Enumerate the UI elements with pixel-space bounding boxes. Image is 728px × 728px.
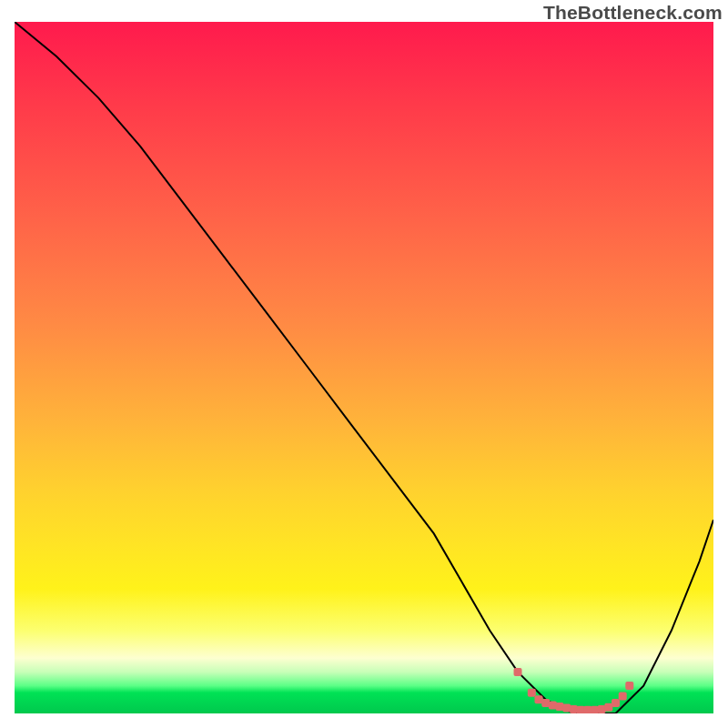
plot-area: [15, 22, 713, 713]
marker-point: [619, 693, 627, 701]
watermark-text: TheBottleneck.com: [543, 2, 723, 24]
marker-point: [598, 705, 606, 713]
marker-point: [591, 706, 599, 713]
marker-point: [562, 703, 571, 712]
marker-point: [625, 682, 633, 690]
marker-point: [570, 705, 578, 713]
marker-point: [612, 699, 620, 707]
marker-point: [541, 699, 550, 707]
marker-point: [514, 668, 522, 676]
optimal-range-markers: [514, 668, 634, 713]
marker-point: [535, 695, 543, 703]
marker-point: [604, 703, 612, 712]
marker-point: [556, 703, 564, 711]
chart-container: TheBottleneck.com: [0, 0, 728, 728]
marker-point: [577, 706, 585, 713]
bottleneck-curve: [15, 22, 713, 713]
chart-svg: [15, 22, 713, 713]
marker-point: [528, 689, 536, 697]
